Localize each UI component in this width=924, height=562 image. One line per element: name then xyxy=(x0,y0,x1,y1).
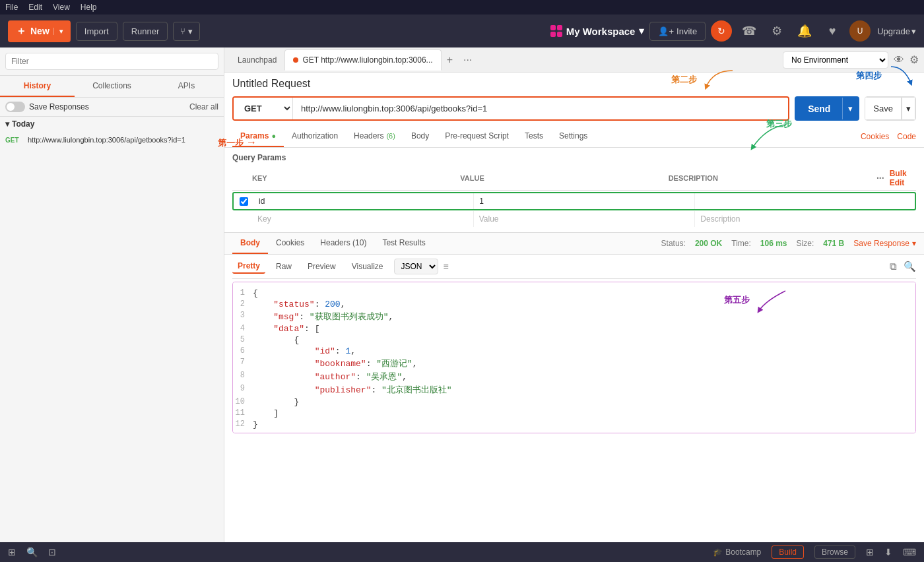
cookies-bottom-icon[interactable]: ⊡ xyxy=(48,547,56,557)
build-button[interactable]: Build xyxy=(772,546,804,559)
upgrade-button[interactable]: Upgrade ▾ xyxy=(877,26,916,36)
search-bottom-icon[interactable]: 🔍 xyxy=(26,547,38,557)
env-settings-icon[interactable]: ⚙ xyxy=(909,53,919,66)
clear-all-button[interactable]: Clear all xyxy=(189,102,218,111)
json-line-5: 5 { xyxy=(233,334,915,346)
tab-authorization[interactable]: Authorization xyxy=(284,126,346,147)
send-button[interactable]: Send xyxy=(796,98,842,119)
settings-icon[interactable]: ⚙ xyxy=(766,20,787,42)
format-visualize[interactable]: Visualize xyxy=(346,260,389,273)
console-icon[interactable]: ⊞ xyxy=(8,547,16,557)
menu-bar: File Edit View Help xyxy=(0,0,924,15)
time-value: 106 ms xyxy=(760,239,787,248)
list-item[interactable]: GET http://www.liulongbin.top:3006/api/g… xyxy=(5,133,218,148)
tab-launchpad[interactable]: Launchpad xyxy=(230,50,284,70)
import-button[interactable]: Import xyxy=(76,22,117,41)
param-key-cell[interactable]: id xyxy=(253,193,474,209)
method-badge: GET xyxy=(5,137,24,144)
menu-file[interactable]: File xyxy=(5,3,18,12)
json-line-1: 1 { xyxy=(233,288,915,299)
eye-icon[interactable]: 👁 xyxy=(894,54,904,66)
more-options-icon[interactable]: ··· xyxy=(876,173,884,183)
save-responses-switch[interactable] xyxy=(5,102,25,112)
workspace-button[interactable]: My Workspace ▾ xyxy=(550,25,645,37)
avatar[interactable]: U xyxy=(849,20,871,42)
main-layout: History Collections APIs Save Responses … xyxy=(0,47,924,542)
save-button[interactable]: Save xyxy=(865,97,902,120)
send-area: Send ▾ xyxy=(795,96,859,121)
sidebar-tabs: History Collections APIs xyxy=(0,76,224,98)
bottom-bar: ⊞ 🔍 ⊡ 🎓 Bootcamp Build Browse ⊞ ⬇ ⌨ xyxy=(0,542,924,562)
resp-tab-test-results[interactable]: Test Results xyxy=(374,233,433,254)
format-raw[interactable]: Raw xyxy=(271,260,297,273)
empty-description-cell[interactable]: Description xyxy=(695,211,916,227)
resp-tab-headers[interactable]: Headers (10) xyxy=(312,233,374,254)
send-dropdown-button[interactable]: ▾ xyxy=(842,98,858,119)
support-icon[interactable]: ☎ xyxy=(739,20,760,42)
json-line-4: 4 "data": [ xyxy=(233,323,915,334)
copy-icon[interactable]: ⧉ xyxy=(890,261,897,272)
row-checkbox[interactable] xyxy=(240,197,248,206)
format-preview[interactable]: Preview xyxy=(302,260,341,273)
browse-button[interactable]: Browse xyxy=(814,546,855,559)
tab-tests[interactable]: Tests xyxy=(517,126,551,147)
tab-headers[interactable]: Headers (6) xyxy=(346,126,403,147)
sync-icon[interactable]: ↻ xyxy=(711,20,732,42)
notification-icon[interactable]: 🔔 xyxy=(794,20,815,42)
format-type-select[interactable]: JSON xyxy=(394,259,438,274)
menu-help[interactable]: Help xyxy=(81,3,97,12)
sidebar: History Collections APIs Save Responses … xyxy=(0,47,224,542)
search-icon[interactable]: 🔍 xyxy=(904,261,916,272)
invite-button[interactable]: 👤+ Invite xyxy=(649,22,706,41)
empty-checkbox-area xyxy=(232,216,252,222)
layout-icon[interactable]: ⊞ xyxy=(866,547,874,557)
fork-button[interactable]: ⑂ ▾ xyxy=(173,22,200,41)
keyboard-icon[interactable]: ⌨ xyxy=(903,547,916,557)
format-pretty[interactable]: Pretty xyxy=(232,259,265,274)
size-label: Size: xyxy=(797,239,814,248)
tab-settings[interactable]: Settings xyxy=(551,126,595,147)
fork-icon: ⑂ xyxy=(180,26,185,36)
empty-value-cell[interactable]: Value xyxy=(474,211,696,227)
tab-apis[interactable]: APIs xyxy=(149,76,224,97)
menu-edit[interactable]: Edit xyxy=(28,3,42,12)
heart-icon[interactable]: ♥ xyxy=(822,20,843,42)
resp-tab-cookies[interactable]: Cookies xyxy=(268,233,312,254)
chevron-down-icon[interactable]: ▾ xyxy=(53,28,63,35)
param-value-cell[interactable]: 1 xyxy=(474,193,694,209)
runner-button[interactable]: Runner xyxy=(123,22,168,41)
search-input[interactable] xyxy=(5,53,218,70)
tab-dot-icon xyxy=(293,57,298,63)
bulk-edit-button[interactable]: Bulk Edit xyxy=(890,169,916,187)
query-params-section: Query Params 第三步 KEY VALUE DESCRIPTION ·… xyxy=(224,148,924,232)
bootcamp-button[interactable]: 🎓 Bootcamp xyxy=(713,547,761,557)
url-input[interactable] xyxy=(293,98,788,119)
tab-body[interactable]: Body xyxy=(403,126,437,147)
tab-history[interactable]: History xyxy=(0,76,75,97)
save-response-button[interactable]: Save Response ▾ xyxy=(853,239,916,248)
wrap-icon[interactable]: ≡ xyxy=(444,261,449,272)
save-area: Save ▾ xyxy=(865,96,916,121)
tab-params[interactable]: Params ● xyxy=(232,126,284,147)
response-tabs-bar: Body Cookies Headers (10) Test Results S… xyxy=(224,233,924,255)
save-dropdown-button[interactable]: ▾ xyxy=(902,97,915,120)
cookies-link[interactable]: Cookies xyxy=(861,132,889,141)
empty-key-cell[interactable]: Key xyxy=(252,211,474,227)
menu-view[interactable]: View xyxy=(53,3,70,12)
new-button[interactable]: ＋ New ▾ xyxy=(8,20,71,42)
add-tab-button[interactable]: + xyxy=(442,51,458,69)
more-tabs-button[interactable]: ··· xyxy=(458,51,477,69)
tab-prerequest[interactable]: Pre-request Script xyxy=(437,126,517,147)
response-status-bar: Status: 200 OK Time: 106 ms Size: 471 B … xyxy=(661,239,916,248)
request-tabs: Params ● Authorization Headers (6) Body … xyxy=(224,126,924,148)
tab-collections[interactable]: Collections xyxy=(75,76,149,97)
param-description-cell[interactable] xyxy=(695,198,915,204)
tab-active-request[interactable]: GET http://www.liulongbin.top:3006... xyxy=(284,49,441,71)
download-icon[interactable]: ⬇ xyxy=(884,547,892,557)
value-header: VALUE xyxy=(460,174,668,182)
code-link[interactable]: Code xyxy=(897,132,916,141)
resp-tab-body[interactable]: Body xyxy=(232,233,268,254)
json-line-10: 10 } xyxy=(233,396,915,408)
environment-select[interactable]: No Environment xyxy=(783,51,888,69)
method-select[interactable]: GET xyxy=(234,98,293,119)
